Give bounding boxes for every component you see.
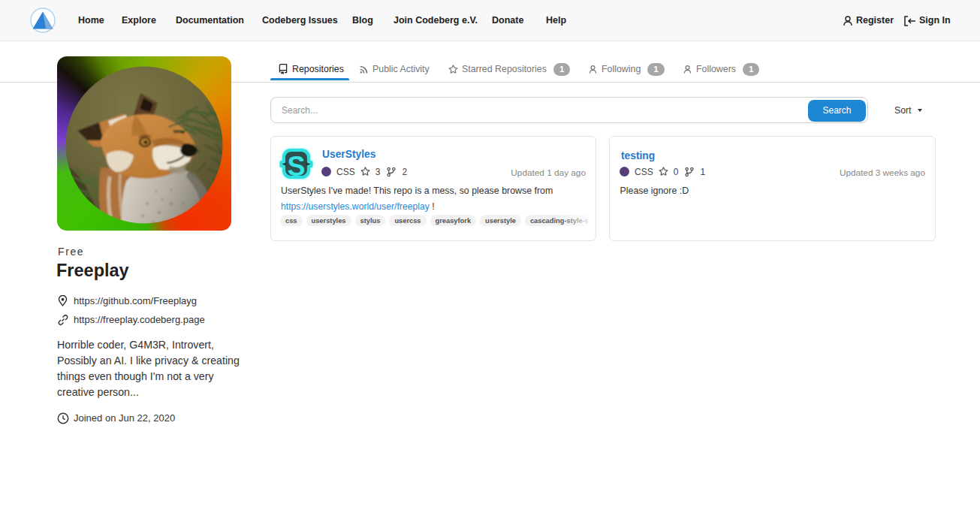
svg-text:S: S	[287, 151, 305, 182]
